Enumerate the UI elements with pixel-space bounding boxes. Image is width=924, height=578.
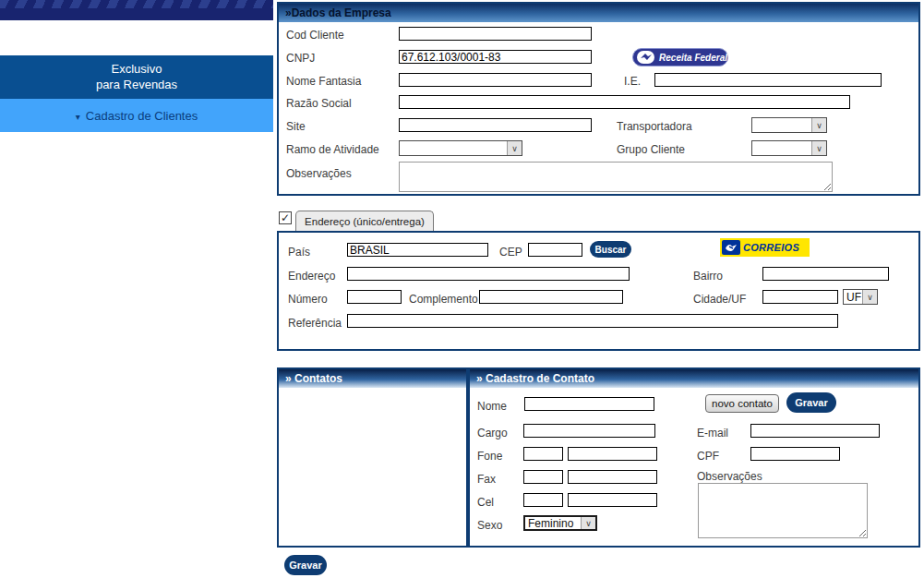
complemento-label: Complemento (409, 293, 478, 306)
exclusive-line2: para Revendas (0, 77, 273, 92)
sidebar-top-bar (0, 0, 273, 20)
fax-ddd-input[interactable] (523, 470, 563, 484)
cpf-label: CPF (697, 450, 719, 463)
exclusive-line1: Exclusivo (0, 61, 273, 77)
ie-input[interactable] (654, 73, 882, 87)
ie-label: I.E. (624, 75, 641, 88)
cpf-input[interactable] (750, 447, 840, 461)
correios-logo-icon (722, 240, 740, 255)
transportadora-label: Transportadora (617, 120, 692, 133)
contacts-list-panel: » Contatos (277, 367, 468, 548)
chevron-down-icon: ▾ (76, 112, 80, 122)
dropdown-arrow-icon: ∨ (862, 290, 877, 304)
contact-nome-label: Nome (477, 400, 507, 413)
diagonal-stripes-decoration (0, 0, 273, 8)
cidade-input[interactable] (762, 290, 838, 304)
receita-federal-logo-icon (637, 51, 654, 64)
dropdown-arrow-icon: ∨ (811, 141, 826, 155)
contact-nome-input[interactable] (524, 397, 654, 411)
cel-numero-input[interactable] (568, 493, 657, 507)
bairro-input[interactable] (762, 267, 889, 281)
bairro-label: Bairro (693, 270, 723, 283)
company-observacoes-textarea[interactable] (399, 162, 833, 192)
fone-numero-input[interactable] (568, 447, 657, 461)
address-type-checkbox[interactable]: ✓ (279, 211, 292, 224)
sidebar-item-cadastro-de-clientes[interactable]: ▾ Cadastro de Clientes (0, 99, 273, 132)
grupo-cliente-label: Grupo Cliente (617, 143, 685, 156)
sexo-select[interactable]: Feminino ∨ (523, 515, 597, 531)
razao-social-input[interactable] (399, 95, 850, 109)
numero-input[interactable] (347, 290, 402, 304)
cnpj-label: CNPJ (286, 52, 315, 65)
ramo-atividade-label: Ramo de Atividade (286, 143, 379, 156)
dropdown-arrow-icon: ∨ (581, 517, 595, 529)
referencia-input[interactable] (347, 314, 838, 328)
page: Exclusivo para Revendas ▾ Cadastro de Cl… (0, 0, 924, 578)
uf-select[interactable]: UF ∨ (843, 289, 878, 305)
cod-cliente-input[interactable] (399, 27, 592, 41)
nome-fantasia-input[interactable] (399, 73, 592, 87)
email-input[interactable] (750, 424, 880, 438)
grupo-cliente-select[interactable]: ∨ (751, 140, 827, 156)
pais-input[interactable] (347, 243, 488, 257)
cel-label: Cel (477, 496, 494, 509)
cargo-input[interactable] (523, 424, 655, 438)
cnpj-input[interactable] (399, 50, 592, 64)
receita-federal-button[interactable]: Receita Federal (632, 48, 728, 66)
company-data-panel: »Dados da Empresa Cod Cliente CNPJ Recei… (277, 2, 920, 196)
ramo-atividade-select[interactable]: ∨ (399, 140, 522, 156)
exclusive-revendas-banner: Exclusivo para Revendas (0, 55, 273, 99)
referencia-label: Referência (288, 317, 342, 330)
numero-label: Número (288, 293, 328, 306)
email-label: E-mail (697, 427, 728, 440)
fone-label: Fone (477, 450, 502, 463)
pais-label: País (288, 246, 310, 259)
contacts-panel-title: » Contatos (279, 369, 466, 388)
sidebar-item-label: Cadastro de Clientes (86, 109, 198, 123)
endereco-label: Endereço (288, 270, 335, 283)
buscar-cep-button[interactable]: Buscar (590, 241, 631, 258)
contact-gravar-button[interactable]: Gravar (786, 392, 836, 413)
site-label: Site (286, 120, 306, 133)
observacoes-label: Observações (286, 167, 352, 180)
sexo-label: Sexo (477, 519, 502, 532)
save-client-button[interactable]: Gravar (284, 555, 327, 575)
cidade-uf-label: Cidade/UF (693, 293, 746, 306)
cep-label: CEP (499, 246, 522, 259)
razao-social-label: Razão Social (286, 97, 352, 110)
endereco-input[interactable] (347, 267, 630, 281)
novo-contato-button[interactable]: novo contato (705, 394, 779, 413)
contact-form-title: » Cadastro de Contato (470, 369, 918, 388)
address-tab[interactable]: Endereço (único/entrega) (295, 211, 434, 231)
contact-observacoes-textarea[interactable] (698, 483, 868, 538)
nome-fantasia-label: Nome Fantasia (286, 75, 361, 88)
fone-ddd-input[interactable] (523, 447, 563, 461)
cod-cliente-label: Cod Cliente (286, 29, 344, 42)
complemento-input[interactable] (479, 290, 623, 304)
cel-ddd-input[interactable] (523, 493, 563, 507)
contact-observacoes-label: Observações (697, 470, 762, 483)
cep-input[interactable] (528, 243, 582, 257)
transportadora-select[interactable]: ∨ (751, 117, 827, 133)
correios-label: CORREIOS (743, 242, 799, 253)
fax-numero-input[interactable] (568, 470, 657, 484)
dropdown-arrow-icon: ∨ (507, 141, 522, 155)
cargo-label: Cargo (477, 427, 508, 440)
company-panel-title: »Dados da Empresa (279, 4, 918, 22)
address-panel: País CEP Buscar CORREIOS Endereço Bairro… (277, 231, 920, 351)
fax-label: Fax (477, 473, 496, 486)
receita-federal-label: Receita Federal (659, 53, 727, 63)
correios-logo: CORREIOS (720, 238, 810, 257)
contact-form-panel: » Cadastro de Contato Nome novo contato … (468, 367, 920, 548)
site-input[interactable] (399, 118, 592, 132)
dropdown-arrow-icon: ∨ (811, 118, 826, 132)
